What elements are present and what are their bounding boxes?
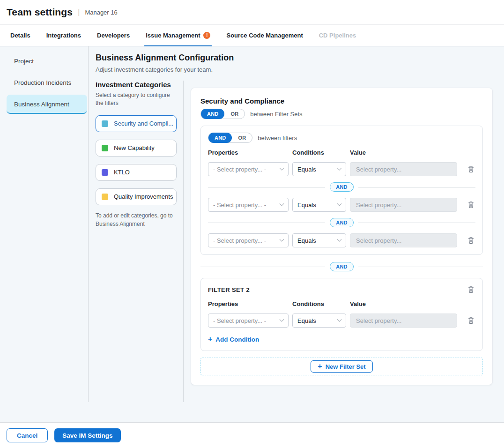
- chevron-down-icon: [280, 165, 284, 170]
- tab-developers[interactable]: Developers: [97, 25, 130, 46]
- cancel-button[interactable]: Cancel: [7, 428, 48, 442]
- filter-row: - Select property... - Equals: [208, 233, 475, 247]
- category-security-and-compliance[interactable]: Security and Compli...: [96, 115, 177, 132]
- new-filter-set-button[interactable]: + New Filter Set: [311, 360, 372, 373]
- delete-filter-icon[interactable]: [467, 200, 475, 209]
- main-section: Business Alignment Configuration Adjust …: [89, 46, 504, 402]
- investment-categories-subtitle: Select a category to configure the filte…: [96, 91, 170, 108]
- section-title: Business Alignment Configuration: [96, 53, 493, 63]
- category-config-card: Security and Compliance AND OR between F…: [191, 88, 493, 385]
- chevron-down-icon: [280, 317, 284, 321]
- filters-and-or-toggle[interactable]: AND OR: [208, 133, 252, 143]
- conditions-column-header: Conditions: [292, 300, 346, 307]
- filter-set-1-card: AND OR between filters Properties Condit…: [200, 126, 483, 255]
- filter-set-2-title: FILTER SET 2: [208, 286, 250, 293]
- value-column-header: Value: [350, 300, 457, 307]
- delete-filter-icon[interactable]: [467, 164, 475, 174]
- new-filter-set-dropzone: + New Filter Set: [200, 358, 483, 375]
- sidebar-item-business-alignment[interactable]: Business Alignment: [7, 95, 87, 114]
- category-new-capability[interactable]: New Capability: [96, 140, 177, 157]
- add-condition-button[interactable]: + Add Condition: [208, 336, 259, 343]
- filter-row: - Select property... - Equals: [208, 198, 475, 212]
- and-segment[interactable]: AND: [208, 133, 232, 143]
- settings-sidebar: Project Production Incidents Business Al…: [0, 46, 89, 402]
- filter-set-2-card: FILTER SET 2 Properties Conditions Value: [200, 278, 483, 351]
- chevron-down-icon: [337, 165, 342, 170]
- categories-footnote: To add or edit categories, go to Busines…: [96, 211, 173, 228]
- filter-row: - Select property... - Equals: [208, 162, 475, 176]
- delete-filter-set-icon[interactable]: [467, 285, 475, 294]
- tab-details[interactable]: Details: [10, 25, 30, 46]
- condition-select[interactable]: Equals: [292, 233, 346, 247]
- or-segment[interactable]: OR: [232, 135, 252, 141]
- chevron-down-icon: [280, 237, 284, 241]
- plus-icon: +: [318, 363, 322, 370]
- sidebar-item-production-incidents[interactable]: Production Incidents: [7, 73, 87, 92]
- title-divider: |: [78, 7, 80, 17]
- value-column-header: Value: [350, 149, 457, 156]
- category-color-swatch: [102, 120, 108, 127]
- delete-filter-icon[interactable]: [467, 236, 475, 245]
- value-input[interactable]: [350, 314, 457, 328]
- value-input[interactable]: [350, 162, 457, 176]
- app-header: Team settings | Manager 16: [0, 0, 504, 25]
- action-footer: Cancel Save IM Settings: [0, 422, 504, 448]
- filter-sets-and-or-toggle[interactable]: AND OR: [200, 109, 245, 119]
- tab-cd-pipelines: CD Pipelines: [319, 25, 356, 46]
- value-input[interactable]: [350, 233, 457, 247]
- condition-select[interactable]: Equals: [292, 198, 346, 212]
- content-area: Project Production Incidents Business Al…: [0, 46, 504, 422]
- plus-icon: +: [208, 336, 212, 343]
- page-title: Team settings: [7, 7, 73, 18]
- category-quality-improvements[interactable]: Quality Improvements: [96, 188, 177, 205]
- config-card-title: Security and Compliance: [200, 97, 483, 105]
- delete-filter-icon[interactable]: [467, 316, 475, 325]
- property-select[interactable]: - Select property... -: [208, 233, 289, 247]
- and-connector-between-sets: AND: [200, 262, 483, 271]
- and-connector: AND: [208, 218, 475, 227]
- between-filters-label: between filters: [258, 134, 297, 142]
- alert-badge-icon: !: [203, 32, 210, 39]
- property-select[interactable]: - Select property... -: [208, 198, 289, 212]
- properties-column-header: Properties: [208, 300, 289, 307]
- properties-column-header: Properties: [208, 149, 289, 156]
- sidebar-item-project[interactable]: Project: [7, 52, 87, 71]
- filter-row: - Select property... - Equals: [208, 314, 475, 328]
- chevron-down-icon: [280, 201, 284, 206]
- tab-source-code-management[interactable]: Source Code Management: [226, 25, 303, 46]
- property-select[interactable]: - Select property... -: [208, 314, 289, 328]
- condition-select[interactable]: Equals: [292, 314, 346, 328]
- between-filter-sets-label: between Filter Sets: [250, 111, 302, 118]
- investment-categories-panel: Investment Categories Select a category …: [96, 81, 184, 402]
- tab-bar: Details Integrations Developers Issue Ma…: [0, 25, 504, 46]
- and-connector: AND: [208, 182, 475, 192]
- property-select[interactable]: - Select property... -: [208, 162, 289, 176]
- tab-integrations[interactable]: Integrations: [46, 25, 81, 46]
- value-input[interactable]: [350, 198, 457, 212]
- tab-issue-management[interactable]: Issue Management !: [146, 25, 210, 46]
- investment-categories-title: Investment Categories: [96, 81, 177, 89]
- or-segment[interactable]: OR: [224, 111, 245, 117]
- conditions-column-header: Conditions: [292, 149, 346, 156]
- filters-panel: Security and Compliance AND OR between F…: [184, 81, 493, 402]
- and-segment[interactable]: AND: [201, 109, 224, 119]
- team-name: Manager 16: [85, 9, 117, 16]
- chevron-down-icon: [337, 201, 342, 206]
- chevron-down-icon: [337, 317, 342, 321]
- category-color-swatch: [102, 145, 108, 151]
- chevron-down-icon: [337, 237, 342, 241]
- category-color-swatch: [102, 169, 108, 176]
- category-color-swatch: [102, 194, 108, 200]
- condition-select[interactable]: Equals: [292, 162, 346, 176]
- section-subtitle: Adjust investment categories for your te…: [96, 66, 493, 73]
- save-im-settings-button[interactable]: Save IM Settings: [54, 428, 120, 442]
- category-ktlo[interactable]: KTLO: [96, 164, 177, 181]
